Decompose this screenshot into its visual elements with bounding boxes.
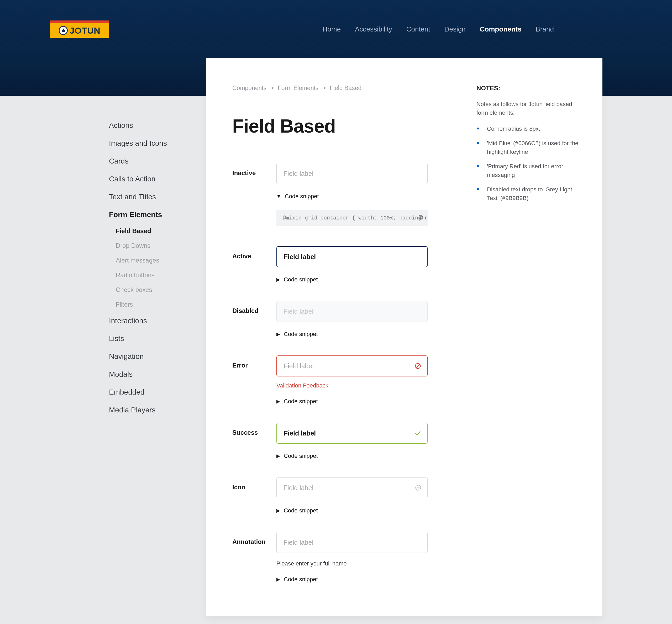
crumb-field-based: Field Based: [330, 84, 361, 92]
plus-circle-icon[interactable]: [415, 484, 421, 491]
nav-brand[interactable]: Brand: [536, 25, 554, 33]
nav-accessibility[interactable]: Accessibility: [355, 25, 392, 33]
state-label-success: Success: [232, 423, 277, 436]
snippet-code-inactive: @mixin grid-container { width: 100%; pad…: [277, 210, 428, 226]
input-success[interactable]: Field label: [277, 423, 428, 444]
sidebar-item-text-titles[interactable]: Text and Titles: [109, 188, 196, 206]
sidebar-item-navigation[interactable]: Navigation: [109, 347, 196, 365]
state-label-inactive: Inactive: [232, 163, 277, 177]
input-annotation[interactable]: Field label: [277, 532, 428, 553]
sidebar-sub-alert-messages[interactable]: Alert messages: [116, 253, 196, 268]
error-icon: [414, 363, 421, 369]
sidebar: Actions Images and Icons Cards Calls to …: [109, 58, 206, 616]
sidebar-item-actions[interactable]: Actions: [109, 116, 196, 134]
sidebar-sub-check-boxes[interactable]: Check boxes: [116, 283, 196, 297]
sidebar-item-cards[interactable]: Cards: [109, 152, 196, 170]
checkmark-icon: [414, 430, 421, 437]
sidebar-item-lists[interactable]: Lists: [109, 330, 196, 347]
chevron-down-icon: ▼: [277, 194, 281, 199]
chevron-right-icon: ▶: [277, 277, 280, 283]
note-item: 'Primary Red' is used for error messagin…: [476, 162, 581, 179]
snippet-toggle-inactive[interactable]: ▼ Code snippet: [277, 193, 428, 200]
nav-design[interactable]: Design: [444, 25, 466, 33]
svg-rect-1: [420, 216, 423, 219]
note-item: Disabled text drops to 'Grey Light Text'…: [476, 185, 581, 202]
breadcrumb: Components > Form Elements > Field Based: [232, 84, 458, 92]
note-item: 'Mid Blue' (#0066C8) is used for the hig…: [476, 139, 581, 156]
chevron-right-icon: ▶: [277, 576, 280, 582]
sidebar-item-modals[interactable]: Modals: [109, 365, 196, 383]
state-label-error: Error: [232, 356, 277, 369]
snippet-toggle-error[interactable]: ▶ Code snippet: [277, 398, 428, 405]
state-label-disabled: Disabled: [232, 301, 277, 314]
crumb-form-elements[interactable]: Form Elements: [278, 84, 319, 92]
copy-icon[interactable]: [418, 214, 424, 222]
state-label-annotation: Annotation: [232, 532, 277, 546]
notes-panel: NOTES: Notes as follows for Jotun field …: [476, 84, 581, 590]
input-disabled: Field label: [277, 301, 428, 322]
chevron-right-icon: ▶: [277, 453, 280, 459]
nav-components[interactable]: Components: [480, 25, 522, 33]
snippet-toggle-active[interactable]: ▶ Code snippet: [277, 276, 428, 283]
logo-text: JOTUN: [70, 25, 101, 36]
nav-content[interactable]: Content: [406, 25, 430, 33]
sidebar-item-embedded[interactable]: Embedded: [109, 383, 196, 401]
chevron-right-icon: ▶: [277, 398, 280, 404]
input-icon[interactable]: Field label: [277, 477, 428, 498]
top-nav: Home Accessibility Content Design Compon…: [322, 25, 554, 33]
notes-title: NOTES:: [476, 84, 581, 92]
chevron-right-icon: ▶: [277, 331, 280, 337]
sidebar-sub-drop-downs[interactable]: Drop Downs: [116, 238, 196, 253]
snippet-toggle-success[interactable]: ▶ Code snippet: [277, 452, 428, 460]
nav-home[interactable]: Home: [322, 25, 341, 33]
validation-feedback: Validation Feedback: [277, 382, 428, 389]
svg-line-4: [416, 364, 420, 368]
logo[interactable]: JOTUN: [50, 21, 109, 38]
chevron-right-icon: ▶: [277, 508, 280, 514]
sidebar-sub-radio-buttons[interactable]: Radio buttons: [116, 268, 196, 283]
input-inactive[interactable]: Field label: [277, 163, 428, 184]
notes-intro: Notes as follows for Jotun field based f…: [476, 100, 581, 117]
input-error[interactable]: Field label: [277, 356, 428, 376]
note-item: Corner radius is 8px.: [476, 125, 581, 133]
sidebar-sub-filters[interactable]: Filters: [116, 297, 196, 312]
snippet-toggle-annotation[interactable]: ▶ Code snippet: [277, 576, 428, 583]
page-title: Field Based: [232, 115, 458, 137]
input-active[interactable]: Field label: [277, 246, 428, 267]
state-label-active: Active: [232, 246, 277, 260]
sidebar-item-cta[interactable]: Calls to Action: [109, 170, 196, 188]
sidebar-item-media-players[interactable]: Media Players: [109, 401, 196, 419]
svg-rect-2: [419, 215, 422, 218]
helper-text: Please enter your full name: [277, 560, 428, 567]
state-label-icon: Icon: [232, 477, 277, 491]
snippet-toggle-disabled[interactable]: ▶ Code snippet: [277, 331, 428, 338]
sidebar-sub-field-based[interactable]: Field Based: [116, 224, 196, 238]
jotun-thumb-icon: [58, 26, 68, 35]
sidebar-item-interactions[interactable]: Interactions: [109, 312, 196, 330]
snippet-toggle-icon[interactable]: ▶ Code snippet: [277, 507, 428, 514]
sidebar-item-form-elements[interactable]: Form Elements: [109, 206, 196, 224]
sidebar-item-images-icons[interactable]: Images and Icons: [109, 134, 196, 152]
content-card: Components > Form Elements > Field Based…: [206, 58, 602, 616]
crumb-components[interactable]: Components: [232, 84, 266, 92]
